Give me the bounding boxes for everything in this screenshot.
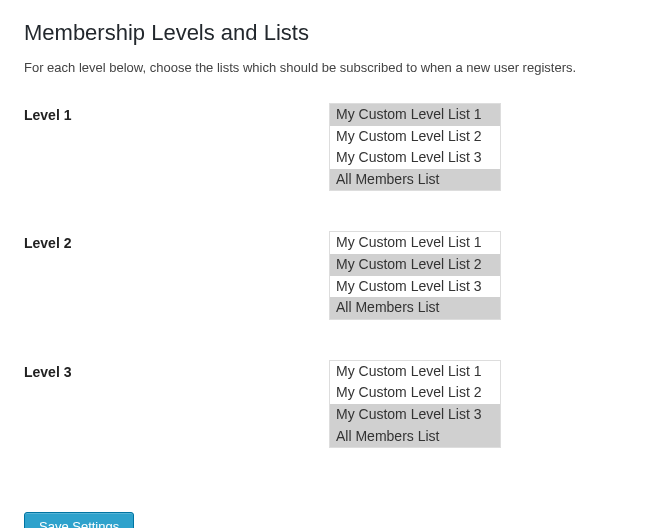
list-option[interactable]: My Custom Level List 3 [330, 404, 500, 426]
lists-multiselect[interactable]: My Custom Level List 1My Custom Level Li… [329, 360, 501, 448]
save-settings-button[interactable]: Save Settings [24, 512, 134, 528]
page-description: For each level below, choose the lists w… [24, 60, 626, 75]
list-option[interactable]: My Custom Level List 2 [330, 126, 500, 148]
list-option[interactable]: My Custom Level List 3 [330, 147, 500, 169]
membership-levels-table: Level 1My Custom Level List 1My Custom L… [24, 103, 626, 488]
list-option[interactable]: My Custom Level List 1 [330, 104, 500, 126]
lists-multiselect[interactable]: My Custom Level List 1My Custom Level Li… [329, 231, 501, 319]
list-option[interactable]: All Members List [330, 297, 500, 319]
level-label: Level 1 [24, 103, 329, 231]
list-option[interactable]: My Custom Level List 2 [330, 254, 500, 276]
lists-multiselect[interactable]: My Custom Level List 1My Custom Level Li… [329, 103, 501, 191]
level-label: Level 3 [24, 360, 329, 488]
list-option[interactable]: My Custom Level List 1 [330, 361, 500, 383]
list-option[interactable]: My Custom Level List 1 [330, 232, 500, 254]
level-label: Level 2 [24, 231, 329, 359]
list-option[interactable]: All Members List [330, 426, 500, 448]
page-title: Membership Levels and Lists [24, 20, 626, 46]
list-option[interactable]: All Members List [330, 169, 500, 191]
list-option[interactable]: My Custom Level List 2 [330, 382, 500, 404]
list-option[interactable]: My Custom Level List 3 [330, 276, 500, 298]
